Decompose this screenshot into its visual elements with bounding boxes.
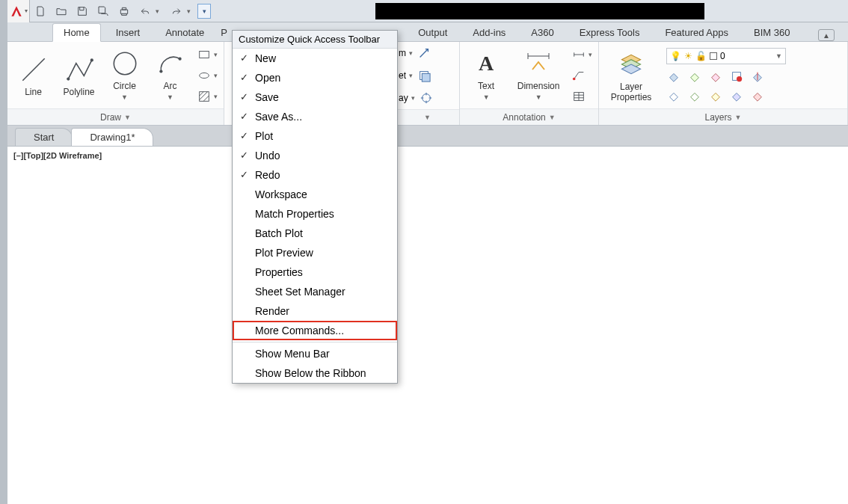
tool-leader-icon[interactable] bbox=[571, 67, 587, 84]
qat-redo-dd[interactable]: ▾ bbox=[187, 7, 197, 15]
qat-menu-render[interactable]: Render bbox=[233, 301, 397, 321]
qat-new-button[interactable] bbox=[31, 1, 50, 21]
tool-layer-properties[interactable]: Layer Properties bbox=[605, 49, 657, 102]
svg-point-4 bbox=[159, 70, 162, 73]
clipped-icon-2[interactable] bbox=[416, 67, 432, 84]
qat-menu-plot[interactable]: Plot bbox=[233, 126, 397, 146]
tool-rectangle-dd[interactable]: ▾ bbox=[214, 51, 218, 58]
qat-customize-button[interactable]: ▾ bbox=[197, 4, 211, 19]
tab-annotate[interactable]: Annotate bbox=[155, 24, 215, 41]
qat-save-button[interactable] bbox=[73, 1, 92, 21]
tool-hatch-icon[interactable] bbox=[196, 88, 212, 105]
tool-table-icon[interactable] bbox=[571, 88, 587, 105]
tool-ellipse-icon[interactable] bbox=[196, 67, 212, 84]
clipped-icon-3[interactable] bbox=[418, 90, 434, 106]
panel-annotation-title[interactable]: Annotation▼ bbox=[460, 108, 598, 125]
svg-point-5 bbox=[178, 58, 181, 61]
qat-undo-dd[interactable]: ▾ bbox=[156, 7, 166, 15]
layer-lock-icon[interactable] bbox=[708, 69, 723, 84]
tab-home[interactable]: Home bbox=[52, 23, 101, 42]
layer-uniso-icon[interactable] bbox=[687, 88, 702, 103]
title-bar: ▾ ▾ ▾ ▾ bbox=[7, 0, 848, 22]
layer-current-combo[interactable]: 💡 ☀ 🔓 0 ▼ bbox=[666, 48, 786, 64]
layer-make-icon[interactable] bbox=[729, 69, 744, 84]
tool-text[interactable]: A Text▼ bbox=[466, 48, 506, 102]
qat-menu-match-properties[interactable]: Match Properties bbox=[233, 204, 397, 224]
drawing-canvas[interactable]: [–][Top][2D Wireframe] bbox=[7, 147, 848, 504]
panel-layers-title[interactable]: Layers▼ bbox=[599, 108, 847, 125]
tool-line-label: Line bbox=[25, 87, 42, 97]
layer-walk-icon[interactable] bbox=[708, 88, 723, 103]
qat-menu-workspace[interactable]: Workspace bbox=[233, 185, 397, 204]
qat-menu-title: Customize Quick Access Toolbar bbox=[233, 31, 397, 49]
qat-menu-open[interactable]: Open bbox=[233, 68, 397, 87]
tool-linear-icon[interactable] bbox=[571, 46, 587, 63]
qat-menu-plot-preview[interactable]: Plot Preview bbox=[233, 243, 397, 262]
ribbon-tabstrip: Home Insert Annotate P Output Add-ins A3… bbox=[7, 22, 848, 42]
tool-ellipse-dd[interactable]: ▾ bbox=[214, 72, 218, 79]
tool-text-label: Text bbox=[478, 81, 494, 91]
qat-menu-show-below-ribbon[interactable]: Show Below the Ribbon bbox=[233, 363, 397, 383]
qat-undo-button[interactable] bbox=[135, 1, 155, 21]
tool-circle-label: Circle bbox=[113, 81, 136, 91]
qat-menu-sheet-set[interactable]: Sheet Set Manager bbox=[233, 282, 397, 301]
text-icon: A bbox=[479, 52, 494, 76]
svg-point-3 bbox=[114, 52, 135, 74]
qat-menu-redo[interactable]: Redo bbox=[233, 165, 397, 185]
panel-modify-title-clipped[interactable]: ▼ bbox=[393, 109, 459, 125]
tab-a360[interactable]: A360 bbox=[520, 24, 564, 41]
qat-menu-batch-plot[interactable]: Batch Plot bbox=[233, 224, 397, 243]
tool-line[interactable]: Line bbox=[13, 54, 53, 97]
layer-off-icon[interactable] bbox=[666, 69, 681, 84]
clipped-row1-label: m bbox=[399, 48, 406, 58]
qat-menu-save[interactable]: Save bbox=[233, 87, 397, 107]
layer-freeze-icon[interactable] bbox=[687, 69, 702, 84]
layer-copy-icon[interactable] bbox=[729, 88, 744, 103]
ribbon-minimize-button[interactable]: ▲ bbox=[818, 29, 835, 41]
doctab-start[interactable]: Start bbox=[15, 128, 73, 146]
qat-menu-saveas[interactable]: Save As... bbox=[233, 107, 397, 126]
app-menu-button[interactable]: ▾ bbox=[7, 0, 30, 22]
clipped-icon-1[interactable] bbox=[416, 45, 432, 61]
layer-iso-icon[interactable] bbox=[666, 88, 681, 103]
qat-menu-properties[interactable]: Properties bbox=[233, 262, 397, 282]
tab-express[interactable]: Express Tools bbox=[569, 24, 651, 41]
tool-polyline[interactable]: Polyline bbox=[59, 54, 99, 97]
tab-parametric-clipped[interactable]: P bbox=[219, 24, 225, 41]
tool-hatch-dd[interactable]: ▾ bbox=[214, 93, 218, 100]
layer-merge-icon[interactable] bbox=[750, 88, 765, 103]
qat-redo-button[interactable] bbox=[167, 1, 186, 21]
tool-circle[interactable]: Circle▼ bbox=[105, 48, 144, 102]
viewport-label[interactable]: [–][Top][2D Wireframe] bbox=[13, 151, 102, 160]
svg-point-2 bbox=[90, 58, 93, 61]
ribbon: Line Polyline Circle▼ Arc▼ bbox=[7, 42, 848, 126]
panel-draw-title[interactable]: Draw▼ bbox=[7, 108, 224, 125]
tab-output[interactable]: Output bbox=[408, 24, 458, 41]
svg-point-1 bbox=[67, 77, 70, 80]
bulb-icon: 💡 bbox=[670, 51, 681, 61]
qat-menu-show-menu-bar[interactable]: Show Menu Bar bbox=[233, 344, 397, 363]
layer-match-icon[interactable] bbox=[750, 69, 765, 84]
tool-text-dd[interactable]: ▼ bbox=[483, 93, 490, 101]
tab-addins[interactable]: Add-ins bbox=[462, 24, 516, 41]
tool-arc-dd-icon[interactable]: ▼ bbox=[167, 93, 173, 101]
tab-insert[interactable]: Insert bbox=[105, 24, 151, 41]
tool-arc[interactable]: Arc▼ bbox=[150, 48, 190, 102]
sun-icon: ☀ bbox=[684, 51, 692, 61]
qat-plot-button[interactable] bbox=[114, 1, 134, 21]
layer-color-swatch bbox=[710, 52, 717, 60]
qat-open-button[interactable] bbox=[52, 1, 71, 21]
tab-featured[interactable]: Featured Apps bbox=[654, 24, 739, 41]
qat-saveas-button[interactable] bbox=[93, 1, 113, 21]
tool-polyline-label: Polyline bbox=[63, 87, 94, 97]
tool-dimension[interactable]: Dimension▼ bbox=[512, 48, 565, 102]
qat-menu-new[interactable]: New bbox=[233, 49, 397, 68]
tool-dimension-dd[interactable]: ▼ bbox=[535, 93, 542, 101]
qat-menu-undo[interactable]: Undo bbox=[233, 146, 397, 165]
panel-layers: Layer Properties 💡 ☀ 🔓 0 ▼ bbox=[599, 42, 848, 125]
tab-bim360[interactable]: BIM 360 bbox=[743, 24, 800, 41]
qat-menu-more-commands[interactable]: More Commands... bbox=[233, 321, 397, 340]
doctab-drawing1[interactable]: Drawing1* bbox=[71, 128, 153, 146]
tool-rectangle-icon[interactable] bbox=[196, 46, 212, 63]
tool-circle-dd-icon[interactable]: ▼ bbox=[121, 93, 128, 101]
